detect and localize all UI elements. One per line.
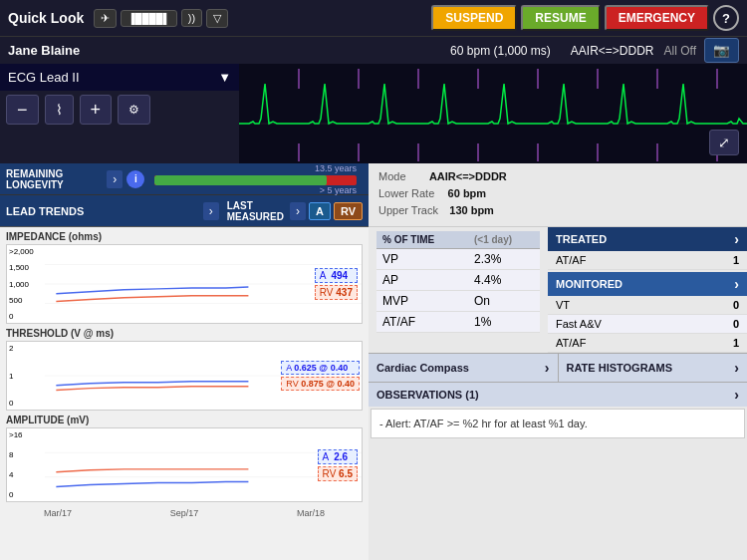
camera-button[interactable]: 📷 — [704, 38, 739, 63]
ecg-zoom-in-button[interactable]: + — [80, 95, 113, 125]
app-title: Quick Look — [8, 10, 84, 26]
treated-header[interactable]: TREATED › — [548, 227, 747, 251]
compass-chevron-icon: › — [545, 360, 550, 376]
x-label-2: Sep/17 — [170, 508, 199, 518]
stats-row-mvp: MVP On — [376, 291, 540, 312]
monitored-chevron-icon: › — [734, 276, 739, 292]
observations-chevron-icon: › — [734, 387, 739, 403]
impedance-chart: IMPEDANCE (ohms) >2,000 1,500 1,000 500 … — [6, 231, 363, 324]
observations-body: - Alert: AT/AF >= %2 hr for at least %1 … — [371, 409, 745, 438]
monitored-vt-value: 0 — [733, 299, 739, 311]
amplitude-area: >16 8 4 0 A 2.6 — [6, 427, 363, 502]
ap-value: 4.4% — [474, 273, 534, 287]
ecg-expand-button[interactable]: ⤢ — [709, 130, 739, 155]
emergency-button[interactable]: EMERGENCY — [605, 5, 709, 31]
rate-histograms-button[interactable]: RATE HISTOGRAMS › — [559, 354, 748, 382]
threshold-area: 2 1 0 A 0.625 @ 0.40 RV 0.875 @ 0.40 — [6, 341, 363, 411]
y-label: 8 — [9, 450, 43, 459]
main-content: REMAINING LONGEVITY › i 13.5 years > 5 y… — [0, 163, 747, 560]
ecg-controls: ECG Lead II ▼ − ⌇ + ⚙ — [0, 64, 239, 163]
threshold-y-labels: 2 1 0 — [7, 342, 45, 410]
airplane-icon[interactable]: ✈ — [94, 9, 117, 28]
x-axis-labels: Mar/17 Sep/17 Mar/18 — [6, 506, 363, 518]
all-off-label: All Off — [664, 44, 696, 58]
ap-label: AP — [382, 273, 474, 287]
mode-row-3: Upper Track 130 bpm — [378, 203, 737, 217]
header-icons: ✈ ▐████▌ )) ▽ — [94, 9, 228, 28]
compass-histogram-row: Cardiac Compass › RATE HISTOGRAMS › — [369, 353, 747, 382]
ecg-buttons: − ⌇ + ⚙ — [0, 91, 239, 129]
threshold-values: A 0.625 @ 0.40 RV 0.875 @ 0.40 — [281, 361, 360, 391]
upper-track-info: Upper Track 130 bpm — [378, 203, 494, 217]
signal-icon: )) — [181, 9, 202, 27]
stats-col2-header: (<1 day) — [474, 234, 534, 245]
lead-trends-arrow-button[interactable]: › — [203, 202, 219, 220]
threshold-rv-value: RV 0.875 @ 0.40 — [281, 377, 360, 391]
monitored-header[interactable]: MONITORED › — [548, 272, 747, 296]
impedance-y-labels: >2,000 1,500 1,000 500 0 — [7, 245, 45, 323]
amplitude-rv-value: RV 6.5 — [318, 466, 358, 481]
ecg-section: ECG Lead II ▼ − ⌇ + ⚙ — [0, 64, 747, 163]
treated-label: TREATED — [556, 233, 607, 245]
ecg-settings-button[interactable]: ⚙ — [118, 95, 150, 125]
y-label: 1,500 — [9, 263, 43, 272]
ecg-lead-select[interactable]: ECG Lead II ▼ — [0, 64, 239, 91]
patient-bpm: 60 bpm (1,000 ms) — [450, 44, 551, 58]
amplitude-chart: AMPLITUDE (mV) >16 8 4 0 — [6, 415, 363, 502]
last-measured-label: LAST MEASURED — [227, 200, 284, 222]
mode-row-2: Lower Rate 60 bpm — [378, 186, 737, 200]
impedance-a-value: A 494 — [315, 268, 358, 283]
monitored-ataf-value: 1 — [733, 337, 739, 349]
patient-bar: Jane Blaine 60 bpm (1,000 ms) AAIR<=>DDD… — [0, 36, 747, 64]
battery-icon: ▐████▌ — [121, 10, 177, 27]
mvp-value: On — [474, 294, 534, 308]
ataf-label: AT/AF — [382, 315, 474, 329]
treated-ataf-label: AT/AF — [556, 254, 733, 266]
observations-text: - Alert: AT/AF >= %2 hr for at least %1 … — [379, 418, 588, 429]
y-label: 0 — [9, 312, 43, 321]
patient-stats: 60 bpm (1,000 ms) AAIR<=>DDDR — [450, 44, 653, 58]
monitored-fastav-label: Fast A&V — [556, 318, 733, 330]
resume-button[interactable]: RESUME — [521, 5, 600, 31]
longevity-row: REMAINING LONGEVITY › i 13.5 years > 5 y… — [0, 163, 369, 195]
treated-row-ataf: AT/AF 1 — [548, 251, 747, 270]
lower-rate-info: Lower Rate 60 bpm — [378, 186, 486, 200]
cardiac-compass-button[interactable]: Cardiac Compass › — [369, 354, 559, 382]
x-label-1: Mar/17 — [44, 508, 72, 518]
y-label: 1,000 — [9, 280, 43, 289]
stats-row-ataf: AT/AF 1% — [376, 312, 540, 333]
ecg-chevron-icon: ▼ — [218, 70, 231, 85]
patient-mode: AAIR<=>DDDR — [571, 44, 654, 58]
treated-chevron-icon: › — [734, 231, 739, 247]
threshold-a-value: A 0.625 @ 0.40 — [281, 361, 360, 375]
x-label-3: Mar/18 — [297, 508, 325, 518]
mode-label: Mode AAIR<=>DDDR — [378, 169, 507, 183]
ecg-zoom-out-button[interactable]: − — [6, 95, 39, 125]
help-button[interactable]: ? — [713, 5, 739, 31]
chart-section: IMPEDANCE (ohms) >2,000 1,500 1,000 500 … — [0, 227, 369, 560]
vp-label: VP — [382, 252, 474, 266]
longevity-arrow-button[interactable]: › — [107, 170, 123, 188]
observations-label: OBSERVATIONS (1) — [376, 389, 479, 401]
observations-header[interactable]: OBSERVATIONS (1) › — [369, 382, 747, 407]
last-measured-arrow-button[interactable]: › — [290, 202, 306, 220]
settings-icon[interactable]: ▽ — [206, 9, 228, 28]
y-label: >2,000 — [9, 247, 43, 256]
y-label: 0 — [9, 399, 43, 408]
impedance-rv-value: RV 437 — [315, 285, 358, 300]
y-label: 500 — [9, 296, 43, 305]
suspend-button[interactable]: SUSPEND — [431, 5, 517, 31]
treated-ataf-value: 1 — [733, 254, 739, 266]
y-label: 2 — [9, 344, 43, 353]
left-panel: REMAINING LONGEVITY › i 13.5 years > 5 y… — [0, 163, 369, 560]
ecg-peak-button[interactable]: ⌇ — [45, 95, 74, 125]
patient-name: Jane Blaine — [8, 43, 450, 58]
histogram-label: RATE HISTOGRAMS — [567, 362, 673, 374]
y-label: >16 — [9, 430, 43, 439]
amplitude-a-value: A 2.6 — [318, 449, 358, 464]
ecg-svg — [239, 64, 747, 163]
longevity-info-button[interactable]: i — [126, 170, 144, 188]
monitored-vt-label: VT — [556, 299, 733, 311]
a-chamber-badge: A — [309, 202, 331, 220]
amplitude-plot: A 2.6 RV 6.5 — [45, 428, 362, 501]
